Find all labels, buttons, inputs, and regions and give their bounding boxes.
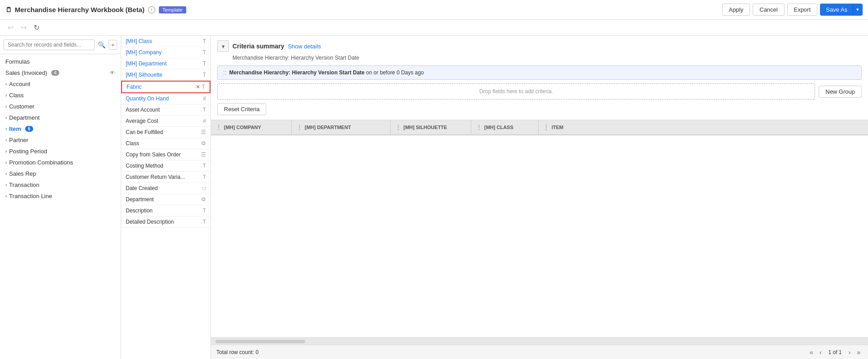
prev-page-button[interactable]: ‹ bbox=[817, 348, 824, 357]
sidebar-item-item[interactable]: ›Item6 bbox=[0, 123, 121, 134]
nav-item-label: Department bbox=[9, 114, 39, 121]
column-drag-icon: ⋮ bbox=[543, 124, 549, 131]
sidebar-item-promotion-combinations[interactable]: ›Promotion Combinations bbox=[0, 157, 121, 168]
main-layout: 🔍 « FormulasSales (Invoiced)4👁›Account›C… bbox=[0, 36, 868, 359]
field-item-copy-from-sales-order[interactable]: Copy from Sales Order☰ bbox=[121, 149, 210, 160]
field-name: Department bbox=[126, 196, 154, 203]
expand-icon: › bbox=[5, 182, 7, 187]
next-page-button[interactable]: › bbox=[846, 348, 853, 357]
field-item-customer-return-varia...[interactable]: Customer Return Varia...T bbox=[121, 172, 210, 183]
column-label: [MH] CLASS bbox=[484, 125, 513, 130]
field-name: Detailed Description bbox=[126, 219, 174, 225]
sidebar-item-customer[interactable]: ›Customer bbox=[0, 101, 121, 112]
sidebar-item-sales-invoiced[interactable]: Sales (Invoiced)4👁 bbox=[0, 67, 121, 78]
undo-button[interactable]: ↩ bbox=[5, 22, 16, 33]
cancel-button[interactable]: Cancel bbox=[753, 4, 784, 16]
field-item-can-be-fulfilled[interactable]: Can be Fulfilled☰ bbox=[121, 127, 210, 138]
grid-col-header-mh-department[interactable]: ⋮[MH] DEPARTMENT bbox=[292, 120, 390, 134]
expand-icon: › bbox=[5, 82, 7, 87]
field-name: Asset Account bbox=[126, 107, 160, 113]
sidebar-item-transaction[interactable]: ›Transaction bbox=[0, 179, 121, 190]
nav-item-label: Transaction bbox=[9, 182, 39, 188]
search-input[interactable] bbox=[4, 39, 95, 50]
nav-badge: 6 bbox=[25, 126, 33, 132]
search-button[interactable]: 🔍 bbox=[96, 40, 107, 50]
grid-header: ⋮[MH] COMPANY⋮[MH] DEPARTMENT⋮[MH] SILHO… bbox=[211, 120, 868, 135]
new-group-button[interactable]: New Group bbox=[819, 86, 862, 98]
grid-col-header-item[interactable]: ⋮ITEM bbox=[539, 120, 868, 134]
field-item-mh-department[interactable]: [MH] DepartmentT bbox=[121, 58, 210, 69]
pagination: « ‹ 1 of 1 › » bbox=[807, 348, 863, 357]
grid-col-header-mh-silhouette[interactable]: ⋮[MH] SILHOUETTE bbox=[390, 120, 471, 134]
expand-icon: › bbox=[5, 126, 7, 131]
expand-icon: › bbox=[5, 149, 7, 154]
export-button[interactable]: Export bbox=[787, 4, 818, 16]
sidebar-item-posting-period[interactable]: ›Posting Period bbox=[0, 146, 121, 157]
field-type-icon: ⚙ bbox=[201, 140, 206, 147]
scrollbar-area[interactable] bbox=[211, 337, 868, 345]
column-label: ITEM bbox=[552, 125, 563, 130]
right-panel: ▾ Criteria summary Show details Merchand… bbox=[211, 36, 868, 359]
field-item-date-created[interactable]: Date Created□ bbox=[121, 183, 210, 194]
column-label: [MH] SILHOUETTE bbox=[403, 125, 447, 130]
nav-item-label: Transaction Line bbox=[9, 193, 52, 199]
info-icon[interactable]: i bbox=[148, 6, 155, 13]
left-panel: 🔍 « FormulasSales (Invoiced)4👁›Account›C… bbox=[0, 36, 121, 359]
field-item-mh-class[interactable]: [MH] ClassT bbox=[121, 36, 210, 47]
field-item-fabric[interactable]: Fabric✕T bbox=[121, 81, 210, 93]
nav-item-label: Posting Period bbox=[9, 148, 47, 155]
template-badge: Template bbox=[159, 6, 186, 13]
field-item-quantity-on-hand[interactable]: Quantity On Hand# bbox=[121, 93, 210, 104]
field-name: Date Created bbox=[126, 185, 158, 191]
scrollbar-track bbox=[215, 340, 305, 343]
header-right: Apply Cancel Export Save As ▾ bbox=[722, 4, 863, 16]
field-item-detailed-description[interactable]: Detailed DescriptionT bbox=[121, 216, 210, 228]
field-name: [MH] Silhouette bbox=[126, 72, 162, 78]
field-item-mh-company[interactable]: [MH] CompanyT bbox=[121, 47, 210, 58]
expand-icon: › bbox=[5, 115, 7, 120]
field-type-icon: T bbox=[203, 219, 206, 225]
expand-icon: › bbox=[5, 138, 7, 143]
field-item-mh-silhouette[interactable]: [MH] SilhouetteT bbox=[121, 69, 210, 81]
field-item-department[interactable]: Department⚙ bbox=[121, 194, 210, 205]
show-details-link[interactable]: Show details bbox=[288, 43, 321, 50]
sidebar-item-formulas[interactable]: Formulas bbox=[0, 56, 121, 67]
criteria-toggle-button[interactable]: ▾ bbox=[217, 40, 229, 52]
grid-body bbox=[211, 135, 868, 337]
redo-button[interactable]: ↪ bbox=[18, 22, 29, 33]
row-count: Total row count: 0 bbox=[216, 349, 259, 355]
field-item-costing-method[interactable]: Costing MethodT bbox=[121, 160, 210, 172]
drop-zone[interactable]: Drop fields here to add criteria. bbox=[217, 83, 815, 99]
eye-icon[interactable]: 👁 bbox=[110, 69, 115, 76]
reset-criteria-button[interactable]: Reset Criteria bbox=[217, 103, 266, 115]
sidebar-item-class[interactable]: ›Class bbox=[0, 90, 121, 101]
field-item-average-cost[interactable]: Average Cost# bbox=[121, 116, 210, 127]
sidebar-item-sales-rep[interactable]: ›Sales Rep bbox=[0, 168, 121, 179]
app-title-text: Merchandise Hierarchy Workbook (Beta) bbox=[15, 6, 145, 13]
first-page-button[interactable]: « bbox=[807, 348, 815, 357]
refresh-button[interactable]: ↻ bbox=[31, 22, 42, 33]
last-page-button[interactable]: » bbox=[855, 348, 863, 357]
sidebar-item-account[interactable]: ›Account bbox=[0, 78, 121, 90]
apply-button[interactable]: Apply bbox=[722, 4, 750, 16]
sidebar-item-transaction-line[interactable]: ›Transaction Line bbox=[0, 190, 121, 202]
field-name: Class bbox=[126, 140, 139, 147]
field-item-class[interactable]: Class⚙ bbox=[121, 138, 210, 149]
field-type-icon: ☰ bbox=[201, 129, 206, 135]
sidebar-item-department[interactable]: ›Department bbox=[0, 112, 121, 123]
field-type-icon: ⚙ bbox=[201, 196, 206, 203]
field-item-asset-account[interactable]: Asset AccountT bbox=[121, 104, 210, 116]
grid-col-header-mh-class[interactable]: ⋮[MH] CLASS bbox=[471, 120, 539, 134]
collapse-button[interactable]: « bbox=[109, 40, 117, 50]
grid-col-header-mh-company[interactable]: ⋮[MH] COMPANY bbox=[211, 120, 292, 134]
field-name: Description bbox=[126, 208, 153, 214]
column-drag-icon: ⋮ bbox=[476, 124, 482, 131]
remove-field-icon[interactable]: ✕ bbox=[196, 84, 200, 90]
field-item-description[interactable]: DescriptionT bbox=[121, 205, 210, 216]
save-as-dropdown-button[interactable]: ▾ bbox=[853, 4, 862, 15]
save-as-button[interactable]: Save As bbox=[820, 4, 853, 15]
field-type-icon: T bbox=[203, 49, 206, 56]
sidebar-item-partner[interactable]: ›Partner bbox=[0, 134, 121, 146]
fields-panel: [MH] ClassT[MH] CompanyT[MH] DepartmentT… bbox=[121, 36, 211, 359]
save-as-wrapper: Save As ▾ bbox=[820, 4, 863, 16]
